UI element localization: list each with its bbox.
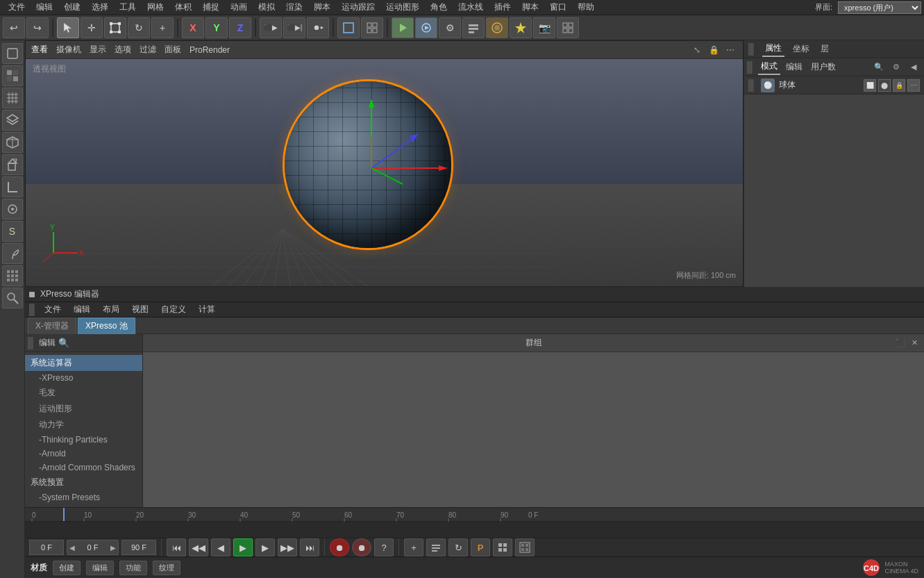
materials-function-button[interactable]: 功能	[119, 561, 147, 575]
xp-menu-custom[interactable]: 自定义	[156, 302, 192, 317]
transform-tool-button[interactable]: +	[151, 17, 174, 38]
xp-tab-pool[interactable]: XPresso 池	[78, 317, 135, 334]
menu-plugins[interactable]: 插件	[489, 0, 516, 15]
motion-path-button[interactable]: P	[471, 538, 490, 556]
render-settings-button[interactable]: ⚙	[439, 17, 461, 38]
list-item-system-presets[interactable]: -System Presets	[25, 490, 142, 504]
menu-help[interactable]: 帮助	[572, 0, 600, 15]
rpanel-subtab-usercount[interactable]: 用户数	[808, 60, 839, 74]
sidebar-icon-6[interactable]	[2, 154, 23, 175]
menu-mograph[interactable]: 运动图形	[380, 0, 425, 15]
sidebar-icon-1[interactable]	[2, 43, 23, 64]
rpanel-tab-coordinates[interactable]: 坐标	[790, 42, 812, 56]
viewport-tab-view[interactable]: 查看	[31, 44, 48, 56]
list-item-system[interactable]: 系统运算器	[25, 355, 142, 371]
list-item-xpresso[interactable]: -XPresso	[25, 371, 142, 385]
rpanel-arrow-icon[interactable]: ◀	[906, 60, 921, 74]
snap-key-button[interactable]	[493, 538, 512, 556]
material-editor-button[interactable]	[486, 17, 508, 38]
sidebar-icon-2[interactable]	[2, 65, 23, 86]
panel-drag-handle[interactable]	[748, 43, 754, 56]
rpanel-subtab-edit[interactable]: 编辑	[783, 60, 805, 74]
rpanel-tab-layer[interactable]: 层	[818, 42, 832, 56]
obj-bar-handle[interactable]	[748, 79, 754, 92]
rpanel-subtab-mode[interactable]: 模式	[758, 59, 780, 75]
xp-menu-handle[interactable]	[29, 304, 35, 316]
menu-render[interactable]: 渲染	[280, 0, 308, 15]
xpresso-node-canvas[interactable]: 群组 ⬛ ✕	[143, 334, 924, 507]
menu-select[interactable]: 选择	[86, 0, 114, 15]
menu-file[interactable]: 文件	[3, 0, 31, 15]
xp-menu-view[interactable]: 视图	[126, 302, 154, 317]
xp-menu-layout[interactable]: 布局	[97, 302, 125, 317]
record-keyframe-button[interactable]: ⏺	[330, 538, 349, 556]
viewport-tab-display[interactable]: 显示	[90, 44, 106, 56]
camera-button[interactable]: 📷	[533, 17, 555, 38]
menu-pipeline[interactable]: 流水线	[453, 0, 489, 15]
frame-arrow-right[interactable]: ▶	[108, 544, 118, 552]
anim-button[interactable]: ⬛▶|	[283, 17, 305, 38]
viewport-tab-camera[interactable]: 摄像机	[56, 44, 81, 56]
record-button[interactable]: ⏺▶	[307, 17, 329, 38]
start-frame-input[interactable]	[29, 540, 64, 555]
loop-button[interactable]: ↻	[448, 538, 468, 556]
frame-arrow-left[interactable]: ◀	[67, 544, 77, 552]
materials-edit-button[interactable]: 编辑	[86, 561, 114, 575]
menu-character[interactable]: 角色	[425, 0, 453, 15]
menu-snap[interactable]: 捕捉	[197, 0, 225, 15]
redo-button[interactable]: ↪	[26, 17, 49, 38]
xp-tab-manager[interactable]: X-管理器	[28, 317, 76, 334]
render-queue-button[interactable]	[462, 17, 485, 38]
add-key-button[interactable]: +	[404, 538, 423, 556]
menu-simulate[interactable]: 模拟	[253, 0, 280, 15]
list-item-presets-category[interactable]: 系统预置	[25, 474, 142, 490]
light-button[interactable]	[510, 17, 532, 38]
viewport-tab-options[interactable]: 选项	[115, 44, 131, 56]
rpanel-settings-icon[interactable]: ⚙	[889, 60, 904, 74]
step-forward-button[interactable]: ▶	[255, 538, 275, 556]
sidebar-icon-8[interactable]	[2, 199, 23, 220]
viewport-tab-prorender[interactable]: ProRender	[190, 45, 230, 55]
move-tool-button[interactable]: ✛	[81, 17, 103, 38]
sphere-object[interactable]	[285, 81, 451, 248]
list-item-mograph[interactable]: 运动图形	[25, 401, 142, 417]
rotate-tool-button[interactable]: ↻	[128, 17, 150, 38]
interface-dropdown[interactable]: xpresso (用户)	[838, 1, 921, 14]
menu-mesh[interactable]: 网格	[142, 0, 169, 15]
go-end-button[interactable]: ⏭	[300, 538, 319, 556]
timeline-track-area[interactable]	[25, 522, 924, 538]
next-frame-button[interactable]: ▶▶	[278, 538, 297, 556]
menu-script-main[interactable]: 脚本	[308, 0, 336, 15]
list-handle[interactable]	[28, 337, 33, 349]
sidebar-icon-11[interactable]	[2, 265, 23, 286]
xp-menu-edit[interactable]: 编辑	[68, 302, 96, 317]
render-vis-icon[interactable]: ⬤	[878, 79, 891, 92]
rpanel-tab-attributes[interactable]: 属性	[762, 41, 784, 57]
menu-window[interactable]: 窗口	[544, 0, 572, 15]
keyframe-button[interactable]: ⬛▶	[260, 17, 282, 38]
timeline-view-button[interactable]	[426, 538, 446, 556]
sidebar-icon-4[interactable]	[2, 110, 23, 131]
viewport-single[interactable]	[337, 17, 360, 38]
vp-expand-icon[interactable]: ⤡	[690, 43, 704, 57]
list-item-arnold-shaders[interactable]: -Arnold Common Shaders	[25, 461, 142, 474]
current-frame-input[interactable]	[77, 540, 108, 555]
undo-button[interactable]: ↩	[3, 17, 25, 38]
sidebar-icon-5[interactable]	[2, 132, 23, 153]
viewport-canvas[interactable]: 透视视图 网格间距: 100 cm Y X	[26, 59, 743, 286]
render-button[interactable]	[415, 17, 437, 38]
z-axis-button[interactable]: Z	[229, 17, 251, 38]
grid-button[interactable]	[557, 17, 579, 38]
play-button[interactable]: ▶	[233, 538, 253, 556]
y-axis-button[interactable]: Y	[205, 17, 228, 38]
auto-key-button[interactable]: ⏺	[352, 538, 371, 556]
help-button[interactable]: ?	[374, 538, 394, 556]
render-preview-button[interactable]	[392, 17, 414, 38]
xp-maximize-icon[interactable]: ⬛	[895, 337, 906, 348]
menu-create[interactable]: 创建	[58, 0, 86, 15]
prev-frame-button[interactable]: ◀◀	[189, 538, 208, 556]
end-frame-input[interactable]	[121, 540, 156, 555]
materials-create-button[interactable]: 创建	[53, 561, 81, 575]
visibility-icon[interactable]: ⬜	[864, 79, 876, 92]
scale-tool-button[interactable]	[104, 17, 126, 38]
